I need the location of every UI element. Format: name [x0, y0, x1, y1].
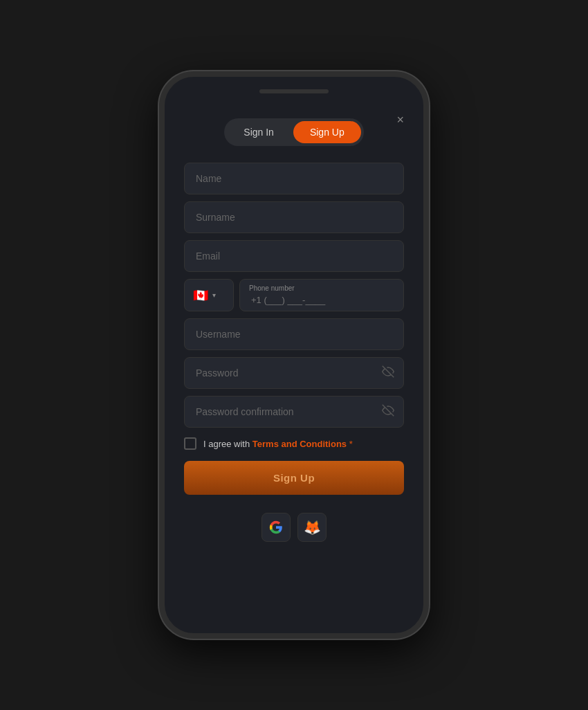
tab-signup[interactable]: Sign Up	[293, 121, 361, 143]
metamask-icon: 🦊	[304, 519, 321, 536]
chevron-down-icon: ▾	[212, 291, 216, 299]
surname-input[interactable]	[184, 201, 404, 233]
password-input[interactable]	[184, 357, 404, 389]
password-wrapper	[184, 357, 404, 389]
password-confirm-wrapper	[184, 396, 404, 428]
phone-row: 🇨🇦 ▾ Phone number	[184, 279, 404, 311]
signup-form: 🇨🇦 ▾ Phone number	[184, 163, 404, 542]
password-confirm-toggle-icon[interactable]	[382, 404, 394, 419]
tab-signin[interactable]: Sign In	[227, 121, 291, 143]
tab-bar: Sign In Sign Up	[224, 118, 363, 146]
terms-link[interactable]: Terms and Conditions	[252, 439, 347, 449]
phone-label: Phone number	[249, 284, 295, 292]
terms-checkbox[interactable]	[184, 437, 196, 450]
google-signin-button[interactable]	[261, 513, 291, 542]
close-button[interactable]: ×	[396, 113, 404, 127]
country-flag: 🇨🇦	[193, 288, 208, 303]
name-input[interactable]	[184, 163, 404, 194]
country-selector[interactable]: 🇨🇦 ▾	[184, 279, 234, 311]
terms-row: I agree with Terms and Conditions *	[184, 437, 404, 450]
phone-frame: × Sign In Sign Up 🇨🇦 ▾ Phone number	[159, 71, 429, 639]
email-input[interactable]	[184, 240, 404, 272]
phone-input-wrapper: Phone number	[239, 279, 404, 311]
terms-asterisk: *	[347, 439, 353, 449]
username-input[interactable]	[184, 318, 404, 350]
terms-text: I agree with Terms and Conditions *	[203, 439, 353, 449]
password-toggle-icon[interactable]	[382, 365, 394, 381]
password-confirm-input[interactable]	[184, 396, 404, 428]
signup-button[interactable]: Sign Up	[184, 461, 404, 495]
metamask-signin-button[interactable]: 🦊	[297, 513, 327, 542]
social-row: 🦊	[184, 513, 404, 542]
